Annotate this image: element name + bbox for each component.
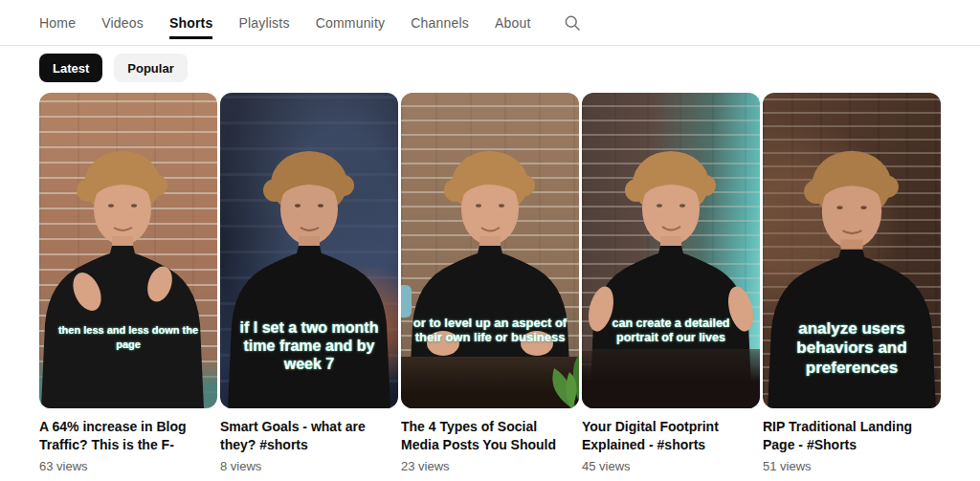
thumbnail-caption: can create a detailed portrait of our li… [593, 317, 748, 345]
shorts-grid: then less and less down the page A 64% i… [0, 82, 980, 473]
shorts-card: can create a detailed portrait of our li… [582, 93, 760, 473]
video-views: 8 views [220, 459, 398, 473]
video-views: 63 views [39, 459, 217, 473]
video-title[interactable]: RIP Traditional Landing Page - #Shorts [763, 418, 941, 454]
shorts-card: then less and less down the page A 64% i… [39, 93, 217, 473]
desk-surface [582, 349, 760, 408]
video-views: 45 views [582, 459, 760, 473]
shorts-card: or to level up an aspect of their own li… [401, 93, 579, 473]
shorts-thumbnail[interactable]: then less and less down the page [39, 93, 217, 408]
shorts-card: if I set a two month time frame and by w… [220, 93, 398, 473]
shorts-card: analyze users behaviors and preferences … [763, 93, 941, 473]
tab-home[interactable]: Home [39, 0, 76, 45]
video-title[interactable]: Smart Goals - what are they? #shorts #di… [220, 418, 398, 454]
tab-shorts[interactable]: Shorts [169, 0, 213, 45]
search-icon[interactable] [563, 13, 582, 33]
thumbnail-caption: then less and less down the page [47, 323, 210, 351]
video-title[interactable]: A 64% increase in Blog Traffic? This is … [39, 418, 217, 454]
video-title[interactable]: The 4 Types of Social Media Posts You Sh… [401, 418, 579, 454]
shorts-thumbnail[interactable]: analyze users behaviors and preferences [763, 93, 941, 408]
tab-about[interactable]: About [495, 0, 531, 45]
person-illustration [39, 93, 212, 408]
thumbnail-caption: if I set a two month time frame and by w… [235, 319, 383, 374]
tab-channels[interactable]: Channels [411, 0, 469, 45]
shorts-thumbnail[interactable]: or to level up an aspect of their own li… [401, 93, 579, 408]
shorts-thumbnail[interactable]: can create a detailed portrait of our li… [582, 93, 760, 408]
video-views: 51 views [763, 459, 941, 473]
thumbnail-caption: or to level up an aspect of their own li… [412, 316, 568, 345]
video-title[interactable]: Your Digital Footprint Explained - #shor… [582, 418, 760, 454]
shorts-thumbnail[interactable]: if I set a two month time frame and by w… [220, 93, 398, 408]
video-views: 23 views [401, 459, 579, 473]
tab-videos[interactable]: Videos [101, 0, 144, 45]
chip-latest[interactable]: Latest [39, 54, 102, 82]
channel-tab-bar: Home Videos Shorts Playlists Community C… [0, 0, 980, 46]
tab-playlists[interactable]: Playlists [238, 0, 289, 45]
tab-community[interactable]: Community [316, 0, 386, 45]
thumbnail-caption: analyze users behaviors and preferences [776, 319, 927, 378]
filter-chip-bar: Latest Popular [0, 46, 980, 82]
chip-popular[interactable]: Popular [114, 54, 187, 82]
